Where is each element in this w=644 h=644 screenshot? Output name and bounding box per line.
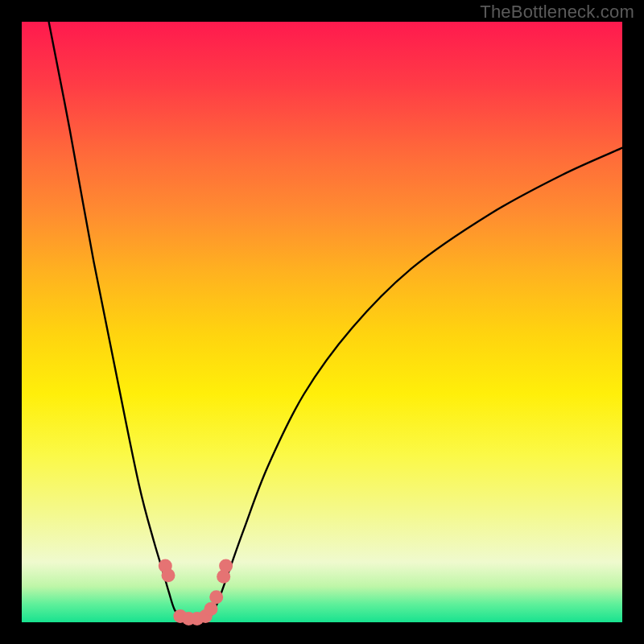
- chart-frame: TheBottleneck.com: [0, 0, 644, 644]
- left-curve: [49, 22, 184, 621]
- marker-dot: [209, 590, 223, 604]
- right-curve: [208, 148, 622, 621]
- watermark-text: TheBottleneck.com: [480, 2, 634, 23]
- marker-dot: [219, 559, 233, 572]
- marker-dot: [162, 568, 175, 582]
- marker-dot: [204, 602, 218, 616]
- plot-area: [22, 22, 622, 622]
- curves-layer: [22, 22, 622, 622]
